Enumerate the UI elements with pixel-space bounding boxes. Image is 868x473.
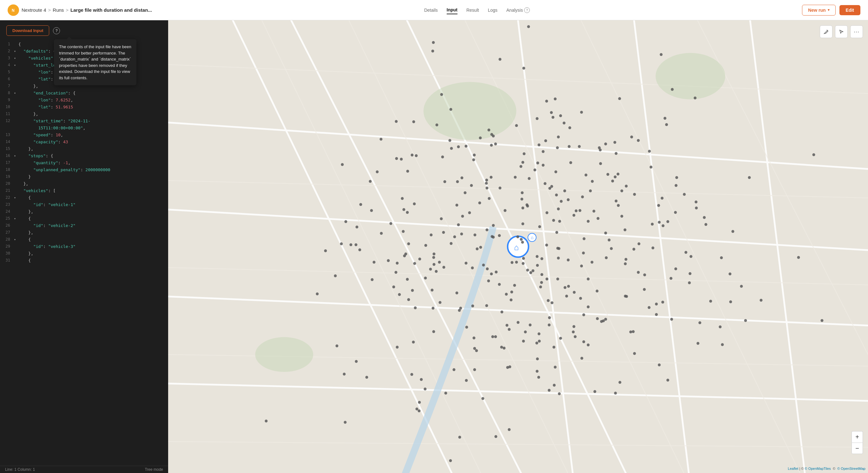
openmap-tiles-link[interactable]: © OpenMapTiles	[805, 467, 831, 470]
code-line: 26 "id": "vehicle-2"	[0, 222, 168, 229]
breadcrumb-sep1: >	[48, 7, 51, 13]
map-zoom-controls: + −	[851, 431, 863, 454]
code-line: 13 "speed": 10,	[0, 132, 168, 139]
map-more-button[interactable]: ···	[850, 25, 863, 38]
breadcrumb-current: Large file with duration and distan...	[70, 7, 152, 13]
code-line: 30 },	[0, 250, 168, 257]
nav-details[interactable]: Details	[424, 6, 438, 14]
header-nav: Details Input Result Logs Analysis ?	[424, 6, 530, 14]
nav-input[interactable]: Input	[447, 6, 458, 14]
code-line: 15 },	[0, 145, 168, 153]
map-svg: ⌂	[168, 20, 868, 473]
svg-text:N: N	[12, 8, 14, 13]
analysis-info-icon[interactable]: ?	[524, 7, 530, 13]
svg-point-23	[424, 82, 517, 140]
code-line: 27 },	[0, 229, 168, 236]
zoom-in-button[interactable]: +	[851, 431, 863, 443]
status-bar: Line: 1 Column: 1 Tree mode	[0, 466, 168, 473]
code-line: 31 {	[0, 257, 168, 264]
osm-link[interactable]: © OpenStreetMap	[837, 467, 865, 470]
svg-text:⌂: ⌂	[514, 243, 519, 252]
left-panel: Download Input ? The contents of the inp…	[0, 20, 168, 473]
edit-button[interactable]: Edit	[839, 5, 860, 15]
new-run-button[interactable]: New run ▾	[802, 5, 835, 15]
code-line: 16 ▾ "stops": {	[0, 153, 168, 160]
map-draw-button[interactable]	[820, 25, 833, 38]
header: N Nextroute 4 > Runs > Large file with d…	[0, 0, 868, 20]
breadcrumb-runs[interactable]: Runs	[53, 7, 64, 13]
code-line: 29 "id": "vehicle-3"	[0, 243, 168, 250]
code-line: 28 ▾ {	[0, 236, 168, 243]
code-line: 19 }	[0, 173, 168, 180]
info-icon[interactable]: ?	[53, 27, 60, 34]
nav-logs[interactable]: Logs	[488, 6, 497, 14]
code-line: 25 ▾ {	[0, 215, 168, 222]
code-line: 21 "vehicles": [	[0, 188, 168, 194]
tooltip-text: The contents of the input file have been…	[59, 44, 131, 80]
header-right: New run ▾ Edit	[802, 5, 860, 15]
nav-result[interactable]: Result	[466, 6, 479, 14]
code-line: 9 "lon": 7.6252,	[0, 97, 168, 104]
editor-mode[interactable]: Tree mode	[145, 467, 163, 472]
map-cursor-button[interactable]	[835, 25, 848, 38]
code-line: 22 ▾ {	[0, 194, 168, 201]
tooltip: The contents of the input file have been…	[54, 39, 136, 85]
map-area[interactable]: ⌂ ⌂ ··· + −	[168, 20, 868, 473]
code-line: 24 },	[0, 208, 168, 215]
svg-point-24	[656, 53, 725, 99]
main-layout: Download Input ? The contents of the inp…	[0, 20, 868, 473]
zoom-out-button[interactable]: −	[851, 443, 863, 454]
logo-icon: N	[8, 4, 19, 16]
nav-analysis[interactable]: Analysis	[506, 6, 523, 14]
map-attribution: Leaflet | © © OpenMapTiles © © OpenStree…	[788, 467, 865, 470]
new-run-label: New run	[808, 8, 826, 13]
leaflet-attribution: Leaflet | © © OpenMapTiles © © OpenStree…	[788, 467, 865, 470]
code-line: 20 },	[0, 180, 168, 188]
code-line: 17 "quantity": -1,	[0, 160, 168, 166]
code-line: 23 "id": "vehicle-1"	[0, 201, 168, 208]
code-line: 10 "lat": 51.9615	[0, 104, 168, 111]
code-editor[interactable]: 1 { 2 ▾ "defaults": { 3 ▾ "vehicles": { …	[0, 41, 168, 466]
svg-point-25	[255, 337, 313, 372]
chevron-down-icon: ▾	[828, 8, 830, 12]
header-left: N Nextroute 4 > Runs > Large file with d…	[8, 4, 152, 16]
cursor-position: Line: 1 Column: 1	[5, 467, 35, 472]
breadcrumb-sep2: >	[66, 7, 68, 13]
app-title[interactable]: Nextroute 4	[22, 7, 46, 13]
code-line: 12 "start_time": "2024-11-	[0, 117, 168, 125]
top-bar: Download Input ? The contents of the inp…	[0, 20, 168, 41]
code-line: 15T11:00:00+00:00",	[0, 125, 168, 132]
code-line: 18 "unplanned_penalty": 2000000000	[0, 166, 168, 173]
download-input-button[interactable]: Download Input	[6, 25, 49, 36]
map-controls-top: ···	[820, 25, 863, 38]
leaflet-link[interactable]: Leaflet	[788, 467, 798, 470]
code-line: 11 },	[0, 111, 168, 117]
code-line: 8 ▾ "end_location": {	[0, 90, 168, 97]
breadcrumb: Nextroute 4 > Runs > Large file with dur…	[22, 7, 152, 13]
code-line: 14 "capacity": 43	[0, 139, 168, 145]
